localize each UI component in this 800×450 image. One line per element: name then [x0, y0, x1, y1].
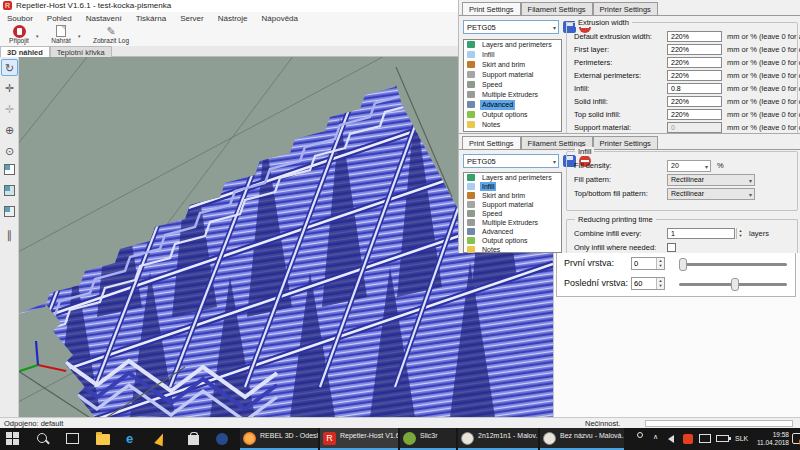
preset-select[interactable]: PETG05▾ [463, 154, 559, 168]
move-viewpoint-button[interactable]: ✛ [1, 101, 18, 118]
load-dropdown-icon[interactable]: ▾ [78, 33, 81, 39]
category-layers[interactable]: Layers and perimeters [464, 173, 561, 182]
start-button-icon[interactable] [6, 432, 20, 446]
tab-filament-settings[interactable]: Filament Settings [521, 2, 593, 16]
menu-tiskarna[interactable]: Tiskárna [129, 12, 173, 23]
front-view-button[interactable] [1, 185, 18, 202]
search-icon[interactable] [36, 432, 50, 446]
last-layer-spinner[interactable]: ▲▼ [631, 277, 665, 290]
category-support[interactable]: Support material [464, 200, 561, 209]
move-object-button[interactable]: ✛ [1, 80, 18, 97]
external-perimeters-input[interactable] [667, 70, 722, 81]
file-explorer-icon[interactable] [96, 432, 110, 446]
store-icon[interactable] [186, 432, 200, 446]
first-layer-extrusion-input[interactable] [667, 44, 722, 55]
spinner-arrows-icon[interactable]: ▲▼ [736, 228, 744, 239]
parallel-projection-button[interactable]: ∥ [1, 227, 18, 244]
taskbar-app-slic3r[interactable]: Slic3r [400, 428, 456, 450]
task-view-icon[interactable] [66, 432, 80, 446]
last-layer-slider[interactable] [679, 283, 787, 286]
taskbar-app-paint1[interactable]: 2n12m1n1 - Malov... [458, 428, 538, 450]
tab-print-settings[interactable]: Print Settings [462, 2, 521, 16]
action-center-icon[interactable]: 1 [792, 428, 800, 450]
category-notes[interactable]: Notes [464, 245, 561, 253]
category-layers[interactable]: Layers and perimeters [464, 40, 561, 50]
top-fill-pattern-select[interactable]: Rectilinear▾ [667, 188, 755, 200]
first-layer-spinner[interactable]: ▲▼ [631, 257, 665, 270]
category-support[interactable]: Support material [464, 70, 561, 80]
3d-app-icon[interactable] [216, 432, 230, 446]
category-output[interactable]: Output options [464, 110, 561, 120]
settings-category-list: Layers and perimeters Infill Skirt and b… [463, 172, 562, 253]
load-button[interactable]: Nahrát [46, 25, 76, 44]
menu-server[interactable]: Server [173, 12, 211, 23]
connect-dropdown-icon[interactable]: ▾ [36, 33, 39, 39]
infill-extrusion-input[interactable] [667, 83, 722, 94]
first-layer-slider[interactable] [679, 263, 787, 266]
network-icon[interactable] [699, 428, 711, 450]
output-icon [467, 111, 475, 118]
slider-thumb[interactable] [679, 258, 687, 271]
category-output[interactable]: Output options [464, 236, 561, 245]
default-extrusion-input[interactable] [667, 31, 722, 42]
category-extruders[interactable]: Multiple Extruders [464, 90, 561, 100]
combine-infill-input[interactable] [667, 228, 735, 239]
tab-printer-settings[interactable]: Printer Settings [593, 136, 658, 150]
category-advanced[interactable]: Advanced [464, 227, 561, 236]
menu-napoveda[interactable]: Nápověda [255, 12, 305, 23]
repetier-icon: R [323, 432, 336, 445]
spinner-arrows-icon[interactable]: ▲▼ [656, 278, 664, 289]
menu-nastroje[interactable]: Nástroje [211, 12, 255, 23]
category-speed[interactable]: Speed [464, 80, 561, 90]
edge-browser-icon[interactable]: e [126, 432, 140, 446]
first-layer-input[interactable] [632, 258, 658, 269]
category-skirt[interactable]: Skirt and brim [464, 60, 561, 70]
top-view-button[interactable] [1, 206, 18, 223]
battery-icon[interactable] [716, 428, 729, 450]
category-infill[interactable]: Infill [464, 182, 561, 191]
settings-category-list: Layers and perimeters Infill Skirt and b… [463, 39, 562, 132]
category-notes[interactable]: Notes [464, 120, 561, 130]
fill-pattern-select[interactable]: Rectilinear▾ [667, 174, 755, 186]
language-indicator[interactable]: SLK [735, 428, 748, 450]
clock[interactable]: 19:58 11.04.2018 [753, 428, 789, 450]
tray-app-icon[interactable] [683, 428, 693, 450]
solid-infill-input[interactable] [667, 96, 722, 107]
rotate-view-button[interactable]: ↻ [1, 59, 18, 76]
slider-thumb[interactable] [731, 278, 739, 291]
first-layer-label: První vrstva: [564, 258, 614, 268]
menu-soubor[interactable]: Soubor [0, 12, 40, 23]
category-infill[interactable]: Infill [464, 50, 561, 60]
category-speed[interactable]: Speed [464, 209, 561, 218]
category-advanced[interactable]: Advanced [464, 100, 561, 110]
document-icon [56, 25, 66, 37]
zoom-out-button[interactable]: ⊙ [1, 143, 18, 160]
connect-button[interactable]: Připojit [4, 25, 34, 44]
pinned-app-icon[interactable] [156, 432, 170, 446]
last-layer-input[interactable] [632, 278, 658, 289]
perimeters-extrusion-input[interactable] [667, 57, 722, 68]
volume-icon[interactable] [668, 428, 674, 450]
taskbar-app-repetier[interactable]: RRepetier-Host V1.6... [320, 428, 398, 450]
support-icon [467, 201, 475, 208]
menu-pohled[interactable]: Pohled [40, 12, 79, 23]
category-extruders[interactable]: Multiple Extruders [464, 218, 561, 227]
show-log-button[interactable]: ✎ Zobrazit Log [88, 25, 134, 44]
only-infill-checkbox[interactable] [667, 243, 676, 252]
notes-icon [467, 121, 475, 128]
fill-density-select[interactable]: 20▾ [667, 160, 711, 172]
people-icon[interactable] [634, 428, 646, 450]
isometric-view-button[interactable] [1, 164, 18, 181]
tab-print-settings[interactable]: Print Settings [462, 136, 521, 150]
spinner-arrows-icon[interactable]: ▲▼ [656, 258, 664, 269]
top-solid-infill-input[interactable] [667, 109, 722, 120]
category-skirt[interactable]: Skirt and brim [464, 191, 561, 200]
window-title: Repetier-Host V1.6.1 - test-kocka-pismen… [16, 1, 171, 10]
menu-nastaveni[interactable]: Nastavení [79, 12, 129, 23]
preset-select[interactable]: PETG05▾ [463, 20, 559, 34]
taskbar-app-firefox[interactable]: REBEL 3D - Odeslat... [240, 428, 318, 450]
taskbar-app-paint2[interactable]: Bez názvu - Malová... [540, 428, 624, 450]
tab-printer-settings[interactable]: Printer Settings [593, 2, 658, 16]
zoom-in-button[interactable]: ⊕ [1, 122, 18, 139]
tray-expand-icon[interactable]: ∧ [653, 428, 658, 450]
